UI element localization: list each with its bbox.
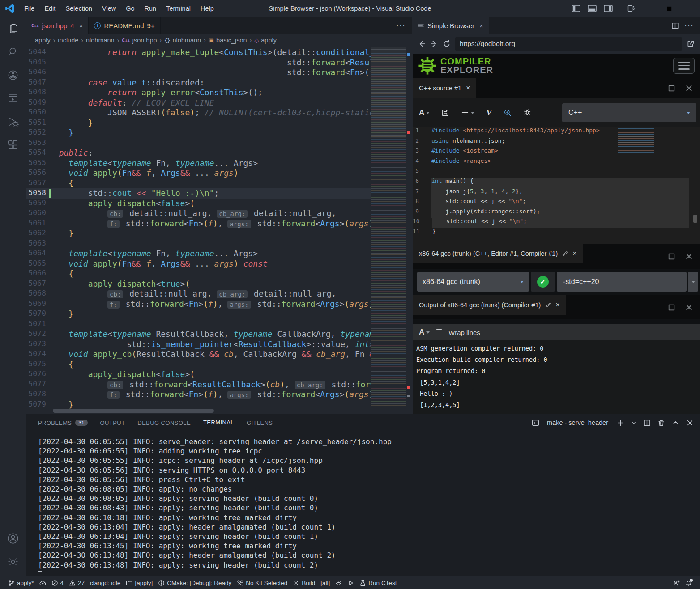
panel-tab-debug-console[interactable]: DEBUG CONSOLE [137, 414, 191, 431]
search-icon[interactable] [0, 40, 26, 64]
status-item-bug[interactable] [333, 576, 345, 589]
close-window-button[interactable] [679, 0, 700, 17]
breadcrumb-item-include[interactable]: include [58, 37, 78, 44]
code-editor[interactable]: 5044 return apply_make_tuple<ConstThis>(… [26, 47, 412, 414]
back-icon[interactable] [418, 40, 426, 48]
rename-icon[interactable] [562, 251, 568, 257]
font-size-button[interactable]: A [419, 328, 430, 337]
toggle-secondary-sidebar-icon[interactable] [603, 5, 613, 12]
kill-terminal-icon[interactable] [657, 419, 665, 427]
close-tab-icon[interactable]: × [79, 22, 83, 30]
minimize-button[interactable] [638, 0, 659, 17]
status-item-no-kit-selected[interactable]: No Kit Selected [234, 576, 290, 589]
maximize-pane-icon[interactable] [668, 85, 675, 92]
ce-compiler-tab[interactable]: x86-64 gcc (trunk) (C++, Editor #1, Comp… [413, 244, 583, 263]
panel-tab-terminal[interactable]: TERMINAL [203, 414, 234, 431]
status-item-apply[interactable]: apply* [5, 576, 37, 589]
ce-source-editor[interactable]: 1#include <https://localhost:8443/apply/… [413, 127, 700, 244]
minimap[interactable] [371, 47, 406, 407]
rename-icon[interactable] [545, 302, 551, 308]
maximize-pane-icon[interactable] [668, 304, 675, 311]
panel-tab-problems[interactable]: PROBLEMS31 [38, 414, 88, 431]
close-icon[interactable]: × [555, 301, 559, 309]
font-size-button[interactable]: A [419, 108, 430, 117]
maximize-button[interactable] [659, 0, 679, 17]
status-item-build[interactable]: Build [290, 576, 318, 589]
menu-edit[interactable]: Edit [40, 4, 60, 13]
close-pane-icon[interactable] [685, 253, 693, 260]
close-tab-icon[interactable]: × [479, 22, 483, 30]
terminal-instance-label[interactable]: make - serve_header [547, 419, 608, 426]
insect-tool-icon[interactable] [523, 109, 531, 117]
horizontal-scrollbar[interactable] [53, 409, 214, 413]
url-input[interactable]: https://godbolt.org [455, 37, 682, 51]
close-icon[interactable]: × [466, 84, 470, 92]
menu-terminal[interactable]: Terminal [162, 4, 195, 13]
menu-file[interactable]: File [20, 4, 39, 13]
breadcrumb-item-nlohmann[interactable]: nlohmann [86, 37, 115, 44]
account-icon[interactable] [0, 527, 26, 550]
status-item-apply[interactable]: [apply] [123, 576, 155, 589]
toggle-sidebar-icon[interactable] [571, 5, 581, 12]
language-select[interactable]: C++ [562, 103, 696, 122]
menu-run[interactable]: Run [140, 4, 161, 13]
forward-icon[interactable] [430, 40, 438, 48]
status-item-play[interactable] [345, 576, 357, 589]
toggle-panel-icon[interactable] [587, 5, 597, 12]
run-window-icon[interactable] [0, 87, 26, 110]
terminal-output[interactable]: [2022-04-30 06:05:55] INFO: serve_header… [26, 431, 700, 581]
reload-icon[interactable] [443, 40, 451, 48]
settings-gear-icon[interactable] [0, 550, 26, 573]
vim-mode-icon[interactable]: V [486, 108, 492, 118]
new-terminal-icon[interactable] [617, 419, 624, 427]
breadcrumb-item-basic_json[interactable]: ▣basic_json [209, 37, 247, 44]
open-external-icon[interactable] [687, 40, 695, 48]
tab-simple-browser[interactable]: Simple Browser × [412, 17, 489, 34]
breadcrumb-item-json.hpp[interactable]: C++json.hpp [122, 37, 157, 44]
status-item-4[interactable]: 4 [49, 576, 67, 589]
editor-actions-more-icon[interactable]: ··· [396, 21, 405, 30]
close-pane-icon[interactable] [685, 85, 693, 92]
extensions-icon[interactable] [0, 133, 26, 157]
status-item-bell-dot[interactable] [683, 576, 695, 589]
ce-output-tab[interactable]: Output of x86-64 gcc (trunk) (Compiler #… [413, 295, 566, 315]
split-editor-icon[interactable] [671, 22, 679, 30]
menu-go[interactable]: Go [121, 4, 139, 13]
close-panel-icon[interactable] [686, 419, 694, 427]
debug-icon[interactable] [0, 110, 26, 133]
menu-selection[interactable]: Selection [61, 4, 97, 13]
tab-json-hpp[interactable]: C++ json.hpp 4 × [26, 17, 89, 34]
status-item-run-ctest[interactable]: Run CTest [357, 576, 399, 589]
explorer-icon[interactable] [0, 17, 26, 40]
split-terminal-icon[interactable] [643, 419, 651, 427]
breadcrumb-item-nlohmann[interactable]: {}nlohmann [164, 37, 201, 44]
more-actions-icon[interactable]: ··· [684, 21, 694, 30]
minimap-slider[interactable] [371, 47, 406, 138]
breadcrumb-item-apply[interactable]: ◇apply [254, 37, 277, 44]
status-item-27[interactable]: 27 [66, 576, 87, 589]
terminal-dropdown-icon[interactable] [631, 419, 636, 427]
wrap-lines-checkbox[interactable] [436, 329, 442, 335]
source-control-icon[interactable] [0, 64, 26, 87]
tab-readme-md[interactable]: i README.md 9+ [89, 17, 160, 34]
status-item-cmake-debug-ready[interactable]: CMake: [Debug]: Ready [155, 576, 234, 589]
close-icon[interactable]: × [572, 250, 576, 258]
add-pane-button[interactable] [461, 109, 474, 117]
panel-tab-gitlens[interactable]: GITLENS [247, 414, 273, 431]
panel-tab-output[interactable]: OUTPUT [100, 414, 125, 431]
close-pane-icon[interactable] [685, 304, 693, 311]
maximize-panel-icon[interactable] [672, 419, 679, 427]
ce-scrollbar-thumb[interactable] [693, 215, 697, 223]
status-item-all[interactable]: [all] [318, 576, 333, 589]
status-item-feedback[interactable] [670, 576, 683, 589]
maximize-pane-icon[interactable] [668, 253, 675, 260]
status-item-cloud-upload[interactable] [37, 576, 49, 589]
breadcrumb-item-apply[interactable]: apply [35, 37, 51, 44]
customize-layout-icon[interactable] [627, 5, 635, 12]
status-item-clangd-idle[interactable]: clangd: idle [87, 576, 123, 589]
compiler-select[interactable]: x86-64 gcc (trunk) [417, 272, 529, 292]
menu-view[interactable]: View [98, 4, 120, 13]
ce-menu-button[interactable] [673, 58, 695, 74]
ce-source-tab[interactable]: C++ source #1 × [413, 78, 476, 98]
options-dropdown-icon[interactable] [688, 272, 698, 292]
